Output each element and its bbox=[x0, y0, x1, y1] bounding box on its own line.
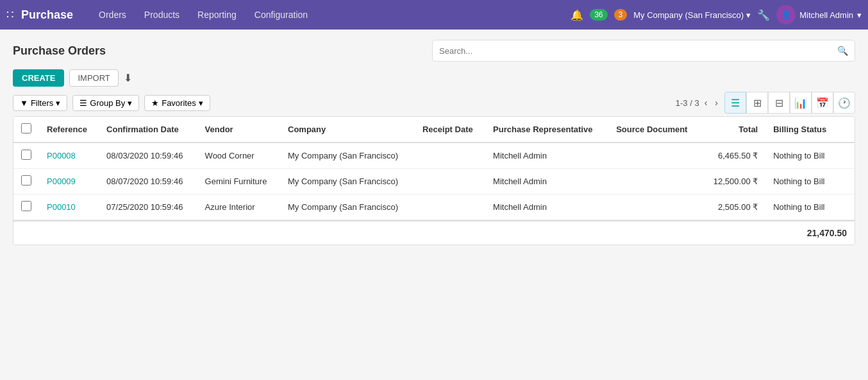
row-checkbox-cell[interactable] bbox=[13, 169, 39, 194]
avatar: 👤 bbox=[776, 5, 796, 24]
search-icon: 🔍 bbox=[837, 46, 848, 56]
col-total[interactable]: Total bbox=[701, 117, 765, 142]
user-menu[interactable]: 👤 Mitchell Admin ▾ bbox=[776, 5, 862, 24]
cell-extra bbox=[839, 169, 855, 194]
nav-products[interactable]: Products bbox=[135, 0, 188, 30]
cell-source-doc bbox=[608, 169, 701, 194]
grid-menu-icon[interactable]: ∷ bbox=[6, 8, 13, 22]
table-footer-total: 21,470.50 bbox=[13, 220, 855, 245]
row-checkbox-1[interactable] bbox=[21, 175, 31, 186]
col-company[interactable]: Company bbox=[280, 117, 415, 142]
page-header: Purchase Orders 🔍 bbox=[13, 40, 855, 62]
import-button[interactable]: IMPORT bbox=[69, 69, 118, 87]
cell-receipt-date bbox=[415, 142, 485, 169]
prev-page-button[interactable]: ‹ bbox=[702, 96, 710, 109]
select-all-checkbox[interactable] bbox=[21, 123, 31, 134]
download-icon[interactable]: ⬇ bbox=[124, 72, 132, 84]
filter-icon: ▼ bbox=[20, 98, 28, 108]
cell-total: 12,500.00 ₹ bbox=[701, 169, 765, 194]
pagination-text: 1-3 / 3 bbox=[676, 98, 699, 108]
nav-orders[interactable]: Orders bbox=[90, 0, 135, 30]
next-page-button[interactable]: › bbox=[712, 96, 721, 109]
cell-company: My Company (San Francisco) bbox=[280, 194, 415, 220]
create-button[interactable]: CREATE bbox=[13, 69, 64, 87]
cell-receipt-date bbox=[415, 194, 485, 220]
cell-vendor: Azure Interior bbox=[197, 194, 280, 220]
calendar-view-button[interactable]: 📅 bbox=[812, 92, 833, 114]
groupby-chevron-icon: ▾ bbox=[128, 98, 132, 108]
col-extra bbox=[839, 117, 855, 142]
clock-view-button[interactable]: 🕐 bbox=[833, 92, 855, 114]
row-checkbox-cell[interactable] bbox=[13, 142, 39, 169]
activity-icon[interactable]: 36 bbox=[590, 9, 607, 21]
select-all-checkbox-header[interactable] bbox=[13, 117, 39, 142]
row-checkbox-2[interactable] bbox=[21, 201, 31, 211]
list-view-button[interactable]: ☰ bbox=[724, 92, 746, 114]
nav-reporting[interactable]: Reporting bbox=[188, 0, 246, 30]
cell-purchase-rep: Mitchell Admin bbox=[485, 194, 608, 220]
total-value: 21,470.50 bbox=[807, 228, 847, 238]
settings-wrench-icon[interactable]: 🔧 bbox=[757, 9, 770, 21]
main-nav: Orders Products Reporting Configuration bbox=[90, 0, 317, 30]
message-icon[interactable]: 3 bbox=[614, 9, 628, 21]
col-receipt-date[interactable]: Receipt Date bbox=[415, 117, 485, 142]
app-title: Purchase bbox=[21, 8, 73, 22]
cell-source-doc bbox=[608, 194, 701, 220]
cell-confirmation-date: 08/07/2020 10:59:46 bbox=[99, 169, 197, 194]
col-vendor[interactable]: Vendor bbox=[197, 117, 280, 142]
main-content: Purchase Orders 🔍 CREATE IMPORT ⬇ ▼ Filt… bbox=[0, 30, 868, 255]
groupby-button[interactable]: ☰ Group By ▾ bbox=[72, 95, 139, 111]
cell-vendor: Wood Corner bbox=[197, 142, 280, 169]
row-checkbox-cell[interactable] bbox=[13, 194, 39, 220]
table-row: P00008 08/03/2020 10:59:46 Wood Corner M… bbox=[13, 142, 855, 169]
cell-billing-status: Nothing to Bill bbox=[765, 169, 839, 194]
toolbar: CREATE IMPORT ⬇ bbox=[13, 69, 855, 87]
cell-extra bbox=[839, 142, 855, 169]
cell-billing-status: Nothing to Bill bbox=[765, 142, 839, 169]
company-selector[interactable]: My Company (San Francisco) ▾ bbox=[633, 10, 751, 20]
user-name: Mitchell Admin bbox=[799, 10, 853, 20]
cell-billing-status: Nothing to Bill bbox=[765, 194, 839, 220]
filter-buttons: ▼ Filters ▾ ☰ Group By ▾ ★ Favorites ▾ bbox=[13, 95, 210, 111]
grid-view-button[interactable]: ⊟ bbox=[768, 92, 790, 114]
chart-view-button[interactable]: 📊 bbox=[790, 92, 812, 114]
col-confirmation-date[interactable]: Confirmation Date bbox=[99, 117, 197, 142]
cell-confirmation-date: 07/25/2020 10:59:46 bbox=[99, 194, 197, 220]
filters-button[interactable]: ▼ Filters ▾ bbox=[13, 95, 67, 111]
user-chevron-icon: ▾ bbox=[857, 10, 862, 20]
cell-total: 2,505.00 ₹ bbox=[701, 194, 765, 220]
activity-badge: 36 bbox=[594, 10, 603, 19]
page-title: Purchase Orders bbox=[13, 44, 106, 58]
table-header-row: Reference Confirmation Date Vendor Compa… bbox=[13, 117, 855, 142]
groupby-icon: ☰ bbox=[79, 98, 87, 108]
cell-reference[interactable]: P00008 bbox=[39, 142, 99, 169]
company-chevron-icon: ▾ bbox=[746, 10, 751, 20]
orders-table: Reference Confirmation Date Vendor Compa… bbox=[13, 116, 855, 245]
cell-purchase-rep: Mitchell Admin bbox=[485, 169, 608, 194]
table-row: P00009 08/07/2020 10:59:46 Gemini Furnit… bbox=[13, 169, 855, 194]
view-controls: 1-3 / 3 ‹ › ☰ ⊞ ⊟ 📊 📅 🕐 bbox=[676, 92, 855, 114]
col-purchase-rep[interactable]: Purchase Representative bbox=[485, 117, 608, 142]
cell-extra bbox=[839, 194, 855, 220]
kanban-view-button[interactable]: ⊞ bbox=[746, 92, 768, 114]
search-bar: 🔍 bbox=[432, 40, 855, 62]
nav-configuration[interactable]: Configuration bbox=[246, 0, 317, 30]
cell-total: 6,465.50 ₹ bbox=[701, 142, 765, 169]
col-reference[interactable]: Reference bbox=[39, 117, 99, 142]
col-source-doc[interactable]: Source Document bbox=[608, 117, 701, 142]
cell-company: My Company (San Francisco) bbox=[280, 169, 415, 194]
col-billing-status[interactable]: Billing Status bbox=[765, 117, 839, 142]
filters-chevron-icon: ▾ bbox=[56, 98, 60, 108]
star-icon: ★ bbox=[151, 98, 159, 108]
cell-reference[interactable]: P00010 bbox=[39, 194, 99, 220]
search-input[interactable] bbox=[439, 46, 837, 56]
cell-vendor: Gemini Furniture bbox=[197, 169, 280, 194]
favorites-button[interactable]: ★ Favorites ▾ bbox=[144, 95, 210, 111]
view-switcher: ☰ ⊞ ⊟ 📊 📅 🕐 bbox=[724, 92, 855, 114]
bell-icon[interactable]: 🔔 bbox=[571, 9, 583, 21]
row-checkbox-0[interactable] bbox=[21, 150, 31, 160]
cell-source-doc bbox=[608, 142, 701, 169]
cell-reference[interactable]: P00009 bbox=[39, 169, 99, 194]
cell-receipt-date bbox=[415, 169, 485, 194]
nav-right-area: 🔔 36 3 My Company (San Francisco) ▾ 🔧 👤 … bbox=[571, 5, 862, 24]
